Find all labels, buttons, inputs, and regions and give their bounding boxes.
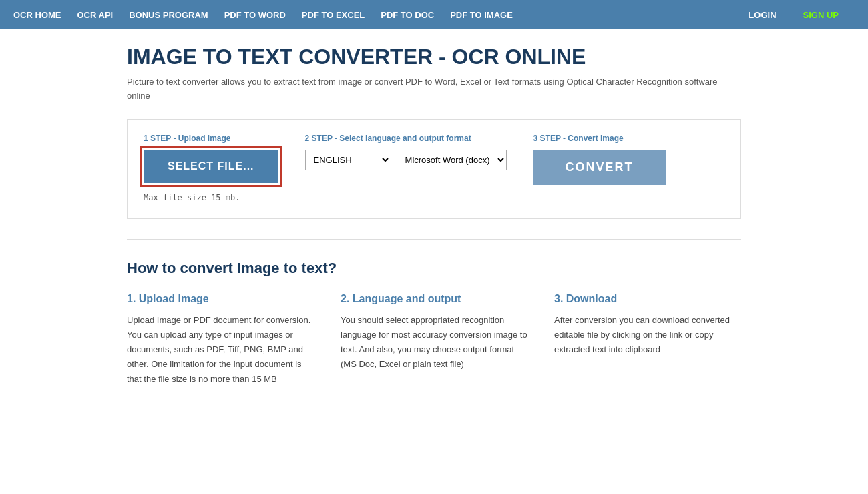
howto-item-1-text: Upload Image or PDF document for convers… (127, 313, 314, 387)
howto-item-2-heading: 2. Language and output (341, 293, 527, 305)
nav-bonus-program[interactable]: BONUS PROGRAM (129, 10, 208, 20)
howto-item-1: 1. Upload Image Upload Image or PDF docu… (127, 293, 314, 387)
nav-pdf-to-image[interactable]: PDF TO IMAGE (450, 10, 513, 20)
howto-item-3: 3. Download After conversion you can dow… (554, 293, 741, 387)
nav-login[interactable]: LOGIN (748, 10, 776, 20)
page-title: IMAGE TO TEXT CONVERTER - OCR ONLINE (127, 45, 741, 69)
nav-pdf-to-excel[interactable]: PDF TO EXCEL (302, 10, 365, 20)
steps-container: 1 STEP - Upload image SELECT FILE... 2 S… (127, 119, 741, 219)
convert-button[interactable]: CONVERT (533, 150, 666, 185)
howto-item-3-heading: 3. Download (554, 293, 741, 305)
nav-ocr-api[interactable]: OCR API (77, 10, 114, 20)
step-3-label: 3 STEP - Convert image (533, 134, 624, 143)
max-file-label: Max file size 15 mb. (144, 193, 724, 202)
step-3: 3 STEP - Convert image CONVERT (533, 134, 666, 185)
nav-pdf-to-doc[interactable]: PDF TO DOC (381, 10, 434, 20)
step-1-label: 1 STEP - Upload image (144, 134, 230, 143)
howto-item-2-text: You should select appropriated recogniti… (341, 313, 527, 372)
format-select[interactable]: Microsoft Word (docx) Microsoft Excel (x… (397, 150, 507, 170)
select-file-button[interactable]: SELECT FILE... (144, 150, 278, 183)
navigation: OCR HOME OCR API BONUS PROGRAM PDF TO WO… (0, 0, 868, 29)
language-select[interactable]: ENGLISH FRENCH GERMAN SPANISH ITALIAN PO… (305, 150, 391, 170)
step-2-label: 2 STEP - Select language and output form… (305, 134, 471, 143)
page-subtitle: Picture to text converter allows you to … (127, 75, 741, 103)
howto-title: How to convert Image to text? (127, 260, 741, 277)
step-2: 2 STEP - Select language and output form… (305, 134, 507, 170)
howto-item-1-heading: 1. Upload Image (127, 293, 314, 305)
section-divider (127, 239, 741, 240)
step-1: 1 STEP - Upload image SELECT FILE... (144, 134, 278, 183)
howto-item-3-text: After conversion you can download conver… (554, 313, 741, 357)
nav-ocr-home[interactable]: OCR HOME (13, 10, 61, 20)
nav-signup[interactable]: SIGN UP (803, 10, 839, 20)
howto-item-2: 2. Language and output You should select… (341, 293, 527, 387)
howto-grid: 1. Upload Image Upload Image or PDF docu… (127, 293, 741, 387)
nav-pdf-to-word[interactable]: PDF TO WORD (224, 10, 286, 20)
